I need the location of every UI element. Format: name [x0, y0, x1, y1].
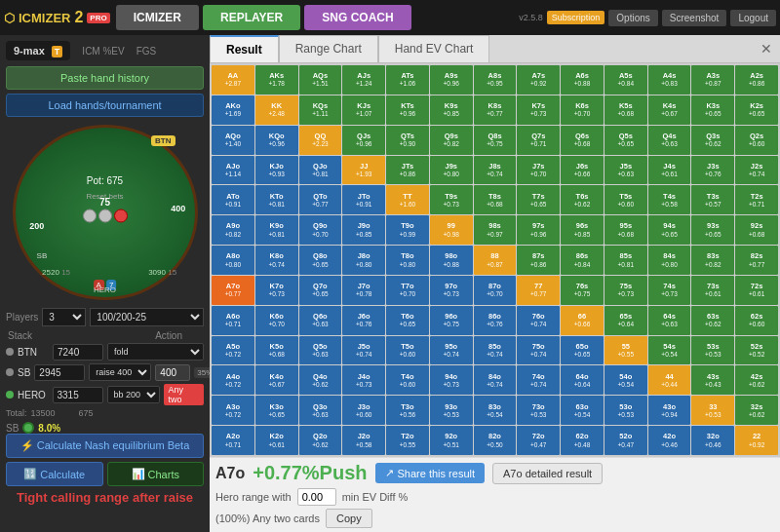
grid-cell-ajs[interactable]: AJs+1.24 [342, 65, 385, 95]
grid-cell-52s[interactable]: 52s+0.52 [735, 336, 778, 365]
grid-cell-66[interactable]: 66+0.66 [561, 306, 604, 335]
grid-cell-aqs[interactable]: AQs+1.51 [299, 65, 342, 95]
grid-cell-75o[interactable]: 75o+0.74 [517, 336, 560, 365]
grid-cell-62o[interactable]: 62o+0.48 [561, 426, 604, 455]
grid-cell-54o[interactable]: 54o+0.54 [604, 365, 647, 395]
grid-cell-q5o[interactable]: Q5o+0.63 [299, 336, 342, 365]
grid-cell-64o[interactable]: 64o+0.64 [561, 365, 604, 395]
tab-sng[interactable]: SNG COACH [304, 5, 410, 30]
grid-cell-a6o[interactable]: A6o+0.71 [212, 306, 254, 335]
blinds-select[interactable]: 100/200-25 [90, 308, 204, 326]
grid-cell-82o[interactable]: 82o+0.50 [474, 426, 517, 455]
grid-cell-a8o[interactable]: A8o+0.80 [212, 246, 254, 275]
grid-cell-42o[interactable]: 42o+0.46 [648, 426, 691, 455]
grid-cell-72s[interactable]: 72s+0.61 [735, 276, 778, 305]
grid-cell-k4o[interactable]: K4o+0.67 [255, 365, 298, 395]
grid-cell-a3o[interactable]: A3o+0.72 [212, 396, 254, 425]
grid-cell-qto[interactable]: QTo+0.77 [299, 185, 342, 214]
grid-cell-95o[interactable]: 95o+0.74 [430, 336, 473, 365]
grid-cell-j3s[interactable]: J3s+0.76 [691, 156, 734, 185]
grid-cell-97s[interactable]: 97s+0.96 [517, 215, 560, 245]
grid-cell-k7o[interactable]: K7o+0.73 [255, 276, 298, 305]
grid-cell-j6o[interactable]: J6o+0.76 [342, 306, 385, 335]
grid-cell-76o[interactable]: 76o+0.74 [517, 306, 560, 335]
grid-cell-65o[interactable]: 65o+0.65 [561, 336, 604, 365]
grid-cell-j9o[interactable]: J9o+0.85 [342, 215, 385, 245]
grid-cell-j4s[interactable]: J4s+0.61 [648, 156, 691, 185]
grid-cell-jj[interactable]: JJ+1.93 [342, 156, 385, 185]
sb-stack[interactable] [34, 364, 85, 381]
grid-cell-kqo[interactable]: KQo+0.96 [255, 126, 298, 155]
grid-cell-tt[interactable]: TT+1.60 [386, 185, 429, 214]
grid-cell-q2o[interactable]: Q2o+0.62 [299, 426, 342, 455]
grid-cell-k4s[interactable]: K4s+0.67 [648, 95, 691, 125]
grid-cell-t9s[interactable]: T9s+0.73 [430, 185, 473, 214]
grid-cell-kjs[interactable]: KJs+1.07 [342, 95, 385, 125]
grid-cell-75s[interactable]: 75s+0.73 [604, 276, 647, 305]
grid-cell-j2o[interactable]: J2o+0.58 [342, 426, 385, 455]
grid-cell-52o[interactable]: 52o+0.47 [604, 426, 647, 455]
grid-cell-a9s[interactable]: A9s+0.96 [430, 65, 473, 95]
grid-cell-q3s[interactable]: Q3s+0.62 [691, 126, 734, 155]
grid-cell-kjo[interactable]: KJo+0.93 [255, 156, 298, 185]
hero-stack[interactable] [53, 387, 103, 403]
grid-cell-k2s[interactable]: K2s+0.65 [735, 95, 778, 125]
grid-cell-a2o[interactable]: A2o+0.71 [212, 426, 254, 455]
grid-cell-85s[interactable]: 85s+0.81 [604, 246, 647, 275]
grid-cell-87s[interactable]: 87s+0.86 [517, 246, 560, 275]
sb-raise-input[interactable] [155, 364, 190, 381]
grid-cell-jts[interactable]: JTs+0.86 [386, 156, 429, 185]
tab-result[interactable]: Result [210, 35, 279, 62]
paste-history-button[interactable]: Paste hand history [6, 66, 204, 90]
tab-replayer[interactable]: REPLAYER [203, 5, 300, 30]
grid-cell-t7s[interactable]: T7s+0.65 [517, 185, 560, 214]
grid-cell-73s[interactable]: 73s+0.61 [691, 276, 734, 305]
grid-cell-ato[interactable]: ATo+0.91 [212, 185, 254, 214]
grid-cell-64s[interactable]: 64s+0.63 [648, 306, 691, 335]
grid-cell-jto[interactable]: JTo+0.91 [342, 185, 385, 214]
grid-cell-j3o[interactable]: J3o+0.60 [342, 396, 385, 425]
grid-cell-k5s[interactable]: K5s+0.68 [604, 95, 647, 125]
grid-cell-a7o[interactable]: A7o+0.77 [212, 276, 254, 305]
grid-cell-q9o[interactable]: Q9o+0.70 [299, 215, 342, 245]
logout-button[interactable]: Logout [730, 10, 776, 26]
grid-cell-93o[interactable]: 93o+0.53 [430, 396, 473, 425]
grid-cell-ajo[interactable]: AJo+1.14 [212, 156, 254, 185]
grid-cell-63s[interactable]: 63s+0.62 [691, 306, 734, 335]
grid-cell-t2s[interactable]: T2s+0.71 [735, 185, 778, 214]
grid-cell-ako[interactable]: AKo+1.69 [212, 95, 254, 125]
grid-cell-aks[interactable]: AKs+1.78 [255, 65, 298, 95]
close-button[interactable]: ✕ [753, 35, 780, 62]
grid-cell-k8o[interactable]: K8o+0.74 [255, 246, 298, 275]
grid-cell-44[interactable]: 44+0.44 [648, 365, 691, 395]
grid-cell-qjo[interactable]: QJo+0.81 [299, 156, 342, 185]
tab-hand-ev[interactable]: Hand EV Chart [378, 35, 490, 62]
grid-cell-t9o[interactable]: T9o+0.99 [386, 215, 429, 245]
grid-cell-kqs[interactable]: KQs+1.11 [299, 95, 342, 125]
grid-cell-97o[interactable]: 97o+0.73 [430, 276, 473, 305]
grid-cell-a7s[interactable]: A7s+0.92 [517, 65, 560, 95]
grid-cell-t3s[interactable]: T3s+0.57 [691, 185, 734, 214]
grid-cell-43o[interactable]: 43o+0.94 [648, 396, 691, 425]
grid-cell-98s[interactable]: 98s+0.97 [474, 215, 517, 245]
grid-cell-t5o[interactable]: T5o+0.60 [386, 336, 429, 365]
screenshot-button[interactable]: Screenshot [662, 10, 727, 26]
grid-cell-82s[interactable]: 82s+0.77 [735, 246, 778, 275]
grid-cell-a3s[interactable]: A3s+0.87 [691, 65, 734, 95]
grid-cell-q6s[interactable]: Q6s+0.68 [561, 126, 604, 155]
grid-cell-t8s[interactable]: T8s+0.68 [474, 185, 517, 214]
grid-cell-63o[interactable]: 63o+0.54 [561, 396, 604, 425]
grid-cell-kto[interactable]: KTo+0.81 [255, 185, 298, 214]
grid-cell-aqo[interactable]: AQo+1.40 [212, 126, 254, 155]
grid-cell-98o[interactable]: 98o+0.88 [430, 246, 473, 275]
grid-cell-k2o[interactable]: K2o+0.61 [255, 426, 298, 455]
subscription-badge[interactable]: Subscription [547, 11, 605, 24]
grid-cell-a5s[interactable]: A5s+0.84 [604, 65, 647, 95]
grid-cell-q7o[interactable]: Q7o+0.65 [299, 276, 342, 305]
grid-cell-t4s[interactable]: T4s+0.58 [648, 185, 691, 214]
grid-cell-73o[interactable]: 73o+0.53 [517, 396, 560, 425]
grid-cell-93s[interactable]: 93s+0.65 [691, 215, 734, 245]
calc-nash-button[interactable]: ⚡ Calculate Nash equilibrium Beta [6, 434, 204, 458]
grid-cell-84o[interactable]: 84o+0.74 [474, 365, 517, 395]
grid-cell-92s[interactable]: 92s+0.68 [735, 215, 778, 245]
